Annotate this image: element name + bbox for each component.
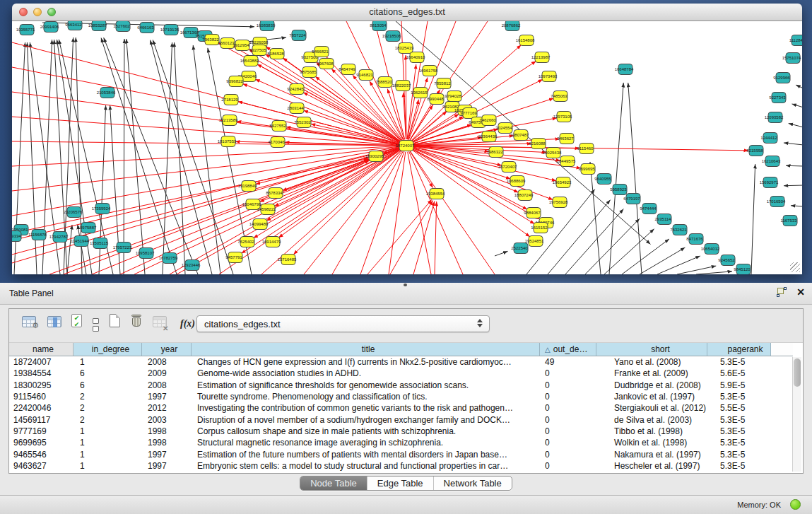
table-row[interactable]: 977716911998Corpus callosum shape and si… bbox=[9, 426, 793, 437]
row-checks-icon[interactable]: ✔✔ bbox=[71, 314, 82, 329]
tab-node-table[interactable]: Node Table bbox=[300, 477, 367, 490]
tab-network-table[interactable]: Network Table bbox=[434, 477, 512, 490]
table-cell[interactable]: 0 bbox=[540, 450, 596, 460]
float-panel-icon[interactable] bbox=[777, 287, 787, 297]
table-cell[interactable]: Stergiakouli et al. (2012) bbox=[596, 403, 707, 413]
column-header-title[interactable]: title bbox=[192, 343, 540, 356]
table-row[interactable]: 2242004622012Investigating the contribut… bbox=[9, 402, 793, 414]
close-panel-icon[interactable]: ✕ bbox=[796, 287, 805, 297]
table-cell[interactable]: 9465546 bbox=[9, 450, 73, 460]
table-cell[interactable]: Dudbridge et al. (2008) bbox=[596, 380, 707, 390]
column-header-in_degree[interactable]: in_degree bbox=[73, 343, 142, 356]
table-cell[interactable]: 5.6E-5 bbox=[707, 368, 771, 378]
table-row[interactable]: 969969511998Structural magnetic resonanc… bbox=[9, 437, 793, 448]
table-row[interactable]: 911546021997Tourette syndrome. Phenomeno… bbox=[9, 391, 793, 402]
table-cell[interactable]: Wolkin et al. (1998) bbox=[596, 438, 707, 448]
table-cell[interactable]: 2003 bbox=[142, 415, 192, 425]
scrollbar-thumb[interactable] bbox=[794, 358, 801, 387]
table-cell[interactable]: 5.3E-5 bbox=[707, 450, 771, 460]
table-cell[interactable]: 5.3E-5 bbox=[707, 415, 771, 425]
table-cell[interactable]: 2008 bbox=[142, 380, 192, 390]
table-cell[interactable]: 2008 bbox=[142, 357, 192, 367]
tab-edge-table[interactable]: Edge Table bbox=[367, 477, 434, 490]
table-cell[interactable]: 2 bbox=[73, 392, 142, 402]
column-header-year[interactable]: year bbox=[142, 343, 192, 356]
table-cell[interactable]: 1 bbox=[73, 426, 142, 436]
table-cell[interactable]: Disruption of a novel member of a sodium… bbox=[192, 415, 540, 425]
column-header-name[interactable]: name bbox=[9, 343, 73, 356]
table-cell[interactable]: 1 bbox=[73, 450, 142, 460]
column-header-short[interactable]: short bbox=[596, 343, 707, 356]
table-cell[interactable]: 2 bbox=[73, 403, 142, 413]
table-cell[interactable]: 9115460 bbox=[9, 392, 73, 402]
table-selector-dropdown[interactable]: citations_edges.txt bbox=[196, 315, 490, 332]
table-cell[interactable]: 2 bbox=[73, 415, 142, 425]
table-cell[interactable]: 9777169 bbox=[9, 426, 73, 436]
table-cell[interactable]: 5.3E-5 bbox=[707, 438, 771, 448]
table-cell[interactable]: 0 bbox=[540, 380, 596, 390]
vertical-scrollbar[interactable] bbox=[792, 357, 801, 472]
table-cell[interactable]: Jankovic et al. (1997) bbox=[596, 392, 707, 402]
table-cell[interactable]: de Silva et al. (2003) bbox=[596, 415, 707, 425]
table-row[interactable]: 946554611997Estimation of the future num… bbox=[9, 448, 793, 460]
table-cell[interactable]: 5.3E-5 bbox=[707, 392, 771, 402]
function-builder-icon[interactable]: f(x) bbox=[180, 318, 195, 329]
table-cell[interactable]: 1997 bbox=[142, 461, 192, 471]
table-cell[interactable]: Tibbo et al. (1998) bbox=[596, 426, 707, 436]
table-cell[interactable]: Estimation of the future numbers of pati… bbox=[192, 450, 540, 460]
table-cell[interactable]: 1997 bbox=[142, 392, 192, 402]
trash-icon[interactable] bbox=[131, 313, 142, 330]
table-cell[interactable]: Hescheler et al. (1997) bbox=[596, 461, 707, 471]
table-cell[interactable]: 14569117 bbox=[9, 415, 73, 425]
table-cell[interactable]: 1 bbox=[73, 438, 142, 448]
table-cell[interactable]: 5.3E-5 bbox=[707, 357, 771, 367]
table-cell[interactable]: Franke et al. (2009) bbox=[596, 368, 707, 378]
table-cell[interactable]: Changes of HCN gene expression and I(f) … bbox=[192, 357, 540, 367]
table-cell[interactable]: 1998 bbox=[142, 426, 192, 436]
table-cell[interactable]: 19384554 bbox=[9, 368, 73, 378]
column-header-pagerank[interactable]: pagerank bbox=[707, 343, 771, 356]
table-cell[interactable]: 0 bbox=[540, 415, 596, 425]
resize-grip-icon[interactable] bbox=[790, 262, 800, 272]
rows-icon[interactable] bbox=[93, 314, 99, 332]
table-row[interactable]: 1456911722003Disruption of a novel membe… bbox=[9, 414, 793, 425]
table-cell[interactable]: 0 bbox=[540, 392, 596, 402]
table-cell[interactable]: Corpus callosum shape and size in male p… bbox=[192, 426, 540, 436]
graph-window-titlebar[interactable]: citations_edges.txt bbox=[12, 4, 802, 21]
table-cell[interactable]: 5.3E-5 bbox=[707, 426, 771, 436]
table-cell[interactable]: 0 bbox=[540, 461, 596, 471]
table-row[interactable]: 946362711997Embryonic stem cells: a mode… bbox=[9, 460, 793, 472]
new-document-icon[interactable] bbox=[110, 314, 120, 330]
table-cell[interactable]: 9699695 bbox=[9, 438, 73, 448]
table-cell[interactable]: 1997 bbox=[142, 450, 192, 460]
table-row[interactable]: 1830029562008Estimation of significance … bbox=[9, 380, 793, 391]
table-cell[interactable]: 5.5E-5 bbox=[707, 403, 771, 413]
table-cell[interactable]: 0 bbox=[540, 403, 596, 413]
table-cell[interactable]: 9463627 bbox=[9, 461, 73, 471]
table-cell[interactable]: 2012 bbox=[142, 403, 192, 413]
network-canvas[interactable]: 1035577120991406966341210853287152760264… bbox=[12, 21, 802, 274]
table-cell[interactable]: 6 bbox=[73, 368, 142, 378]
column-header-out_de[interactable]: △out_de… bbox=[540, 343, 596, 356]
table-cell[interactable]: 0 bbox=[540, 438, 596, 448]
table-row[interactable]: 1938455462009Genome-wide association stu… bbox=[9, 368, 793, 379]
table-cell[interactable]: 0 bbox=[540, 426, 596, 436]
table-cell[interactable]: 0 bbox=[540, 368, 596, 378]
table-cell[interactable]: Genome-wide association studies in ADHD. bbox=[192, 368, 540, 378]
table-cell[interactable]: Estimation of significance thresholds fo… bbox=[192, 380, 540, 390]
delete-table-icon[interactable]: ✕ bbox=[153, 316, 172, 330]
table-cell[interactable]: Embryonic stem cells: a model to study s… bbox=[192, 461, 540, 471]
column-visibility-icon[interactable] bbox=[47, 316, 61, 330]
table-cell[interactable]: 5.3E-5 bbox=[707, 461, 771, 471]
table-cell[interactable]: 5.9E-5 bbox=[707, 380, 771, 390]
table-cell[interactable]: 6 bbox=[73, 380, 142, 390]
table-cell[interactable]: 2009 bbox=[142, 368, 192, 378]
table-cell[interactable]: Yano et al. (2008) bbox=[596, 357, 707, 367]
table-cell[interactable]: Tourette syndrome. Phenomenology and cla… bbox=[192, 392, 540, 402]
table-cell[interactable]: 1 bbox=[73, 357, 142, 367]
table-cell[interactable]: 22420046 bbox=[9, 403, 73, 413]
table-cell[interactable]: 49 bbox=[540, 357, 596, 367]
table-cell[interactable]: Structural magnetic resonance image aver… bbox=[192, 438, 540, 448]
table-cell[interactable]: 1998 bbox=[142, 438, 192, 448]
table-cell[interactable]: 1 bbox=[73, 461, 142, 471]
